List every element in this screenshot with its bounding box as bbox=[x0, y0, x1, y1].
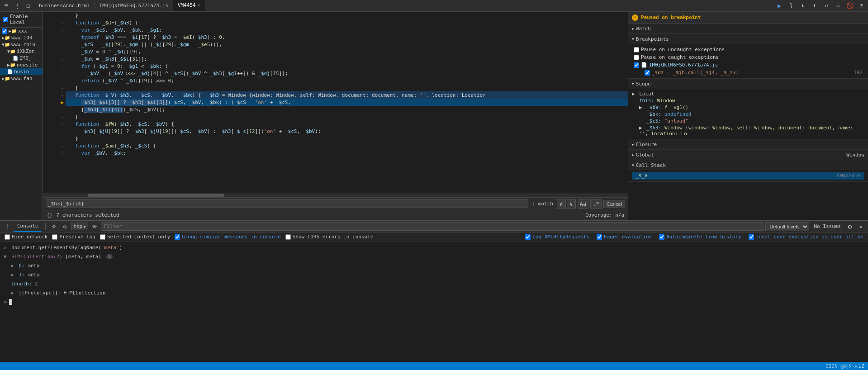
code-line: - var _$bV, _$bk; bbox=[43, 149, 628, 157]
global-header[interactable]: ▶ Global Window bbox=[628, 150, 868, 160]
more-options-icon[interactable]: ⋮ bbox=[13, 1, 22, 10]
tab-businessannc[interactable]: businessAnnc.html bbox=[34, 0, 95, 11]
h3-expand-icon[interactable]: ▶ bbox=[639, 125, 642, 131]
panel-layout-icon[interactable]: ⊡ bbox=[857, 1, 866, 10]
treat-eval-label: Treat code evaluation as user action bbox=[756, 234, 863, 240]
tree-item-im0j[interactable]: 📄 IM0j bbox=[0, 55, 43, 62]
match-case-button[interactable]: Aa bbox=[578, 199, 588, 209]
tree-item-busin[interactable]: 📄 busin bbox=[0, 68, 43, 75]
console-input-line[interactable]: > bbox=[4, 298, 864, 306]
tab-vm4454[interactable]: VM4454 ✕ bbox=[173, 0, 205, 11]
close-console-icon[interactable]: ✕ bbox=[856, 222, 865, 231]
tab-bar: businessAnnc.html IM0jQktM6FSQ.6771a74.j… bbox=[34, 0, 773, 11]
tab-im0j[interactable]: IM0jQktM6FSQ.6771a74.js bbox=[95, 0, 173, 11]
scope-this: this: Window bbox=[632, 97, 864, 104]
tab-close-icon[interactable]: ✕ bbox=[198, 3, 200, 8]
search-bar: 1 match ∧ ∨ Aa .* Cancel bbox=[43, 197, 628, 210]
selection-icon: {} bbox=[47, 212, 52, 218]
pause-caught-checkbox[interactable] bbox=[634, 55, 639, 60]
opt-cors-errors: Show CORS errors in console bbox=[285, 234, 374, 240]
bp-file-checkbox[interactable] bbox=[634, 62, 639, 68]
no-break-icon[interactable]: 🚫 bbox=[845, 1, 854, 10]
selected-context-label: Selected context only bbox=[107, 234, 170, 240]
console-tab[interactable]: Console bbox=[14, 221, 42, 232]
file-icon: 📄 bbox=[13, 56, 18, 61]
console-cursor bbox=[9, 299, 12, 305]
folder-icon: ▶📁 bbox=[7, 62, 15, 67]
prev-match-button[interactable]: ∧ bbox=[557, 199, 566, 209]
callstack-item-current[interactable]: _$_V VM4454:5 bbox=[632, 172, 864, 180]
local-expand-icon[interactable]: ▶ bbox=[632, 91, 635, 97]
step-over-icon[interactable]: ⤵ bbox=[787, 1, 796, 10]
resume-icon[interactable]: ▶ bbox=[775, 1, 784, 10]
treat-eval-checkbox[interactable] bbox=[749, 234, 754, 240]
code-editor: - } - function _$dF(_$h3) { - var _$cS, bbox=[43, 12, 628, 220]
tree-item-wwwchin[interactable]: ▼📁 www.chin bbox=[0, 41, 43, 48]
selection-count: 7 characters selected bbox=[56, 212, 119, 218]
scope-header[interactable]: ▼ Scope bbox=[628, 79, 868, 89]
breakpoints-header[interactable]: ▼ Breakpoints bbox=[628, 34, 868, 44]
code-line: - } bbox=[43, 113, 628, 120]
group-similar-checkbox[interactable] bbox=[175, 234, 180, 240]
selected-context-checkbox[interactable] bbox=[100, 234, 105, 240]
settings-icon[interactable]: ⚙ bbox=[845, 222, 854, 231]
info-badge: i bbox=[106, 254, 113, 259]
step-out-icon[interactable]: ⬆ bbox=[810, 1, 819, 10]
tree-item-wwwfan[interactable]: ▶📁 www.fan bbox=[0, 75, 43, 82]
pause-uncaught-checkbox[interactable] bbox=[634, 47, 639, 52]
enable-local-checkbox[interactable] bbox=[3, 17, 8, 22]
closure-header[interactable]: ▶ Closure bbox=[628, 139, 868, 149]
bp-label: Breakpoints bbox=[636, 36, 669, 42]
panel-icon[interactable]: □ bbox=[24, 1, 33, 10]
tree-item-xxx[interactable]: ▶📁 xxx bbox=[0, 28, 43, 34]
level-select[interactable]: Default levels bbox=[765, 222, 809, 231]
tree-item-newsite[interactable]: ▶📁 newsite bbox=[0, 62, 43, 68]
tree-item-ixkzon[interactable]: ▼📁 iXkZon bbox=[0, 48, 43, 55]
expand-icon[interactable]: ▼ bbox=[4, 254, 7, 260]
code-line: - function _$fW(_$h3, _$cS, _$bV) { bbox=[43, 120, 628, 128]
eager-eval-checkbox[interactable] bbox=[597, 234, 602, 240]
search-input[interactable] bbox=[46, 199, 528, 208]
tree-item-www100[interactable]: ▶📁 www.100 bbox=[0, 34, 43, 41]
tree-checkbox-xxx[interactable] bbox=[2, 28, 7, 34]
bp-code-checkbox[interactable] bbox=[645, 70, 650, 76]
console-more-icon[interactable]: ⋮ bbox=[3, 222, 12, 231]
next-match-button[interactable]: ∨ bbox=[567, 199, 576, 209]
eye-icon[interactable]: 👁 bbox=[90, 222, 99, 231]
filter-input[interactable] bbox=[101, 222, 764, 231]
opt-selected-context: Selected context only bbox=[100, 234, 170, 240]
expand-0-icon[interactable]: ▶ bbox=[11, 263, 14, 269]
hide-network-checkbox[interactable] bbox=[5, 234, 10, 240]
filter-icon[interactable]: ⚙ bbox=[60, 222, 69, 231]
horizontal-scrollbar[interactable] bbox=[43, 193, 628, 197]
regex-button[interactable]: .* bbox=[590, 199, 601, 209]
key-1: 1: bbox=[19, 272, 28, 278]
console-output[interactable]: > document.getElementsByTagName('meta') … bbox=[0, 242, 868, 362]
cancel-search-button[interactable]: Cancel bbox=[603, 200, 625, 208]
scope-key: _$bk: bbox=[646, 111, 664, 117]
scroll-thumb[interactable] bbox=[88, 194, 224, 197]
right-content: ▶ Watch ▼ Breakpoints Pause on uncaught … bbox=[628, 24, 868, 220]
bv-expand-icon[interactable]: ▶ bbox=[639, 104, 642, 110]
sidebar-toggle-icon[interactable]: ≡ bbox=[2, 1, 11, 10]
cors-errors-checkbox[interactable] bbox=[285, 234, 291, 240]
step-into-icon[interactable]: ⬇ bbox=[798, 1, 807, 10]
callstack-header[interactable]: ▼ Call Stack bbox=[628, 160, 868, 170]
deactivate-icon[interactable]: ↔ bbox=[834, 1, 843, 10]
folder-icon: ▶📁 bbox=[9, 28, 17, 33]
step-icon[interactable]: ↩ bbox=[822, 1, 831, 10]
context-dropdown[interactable]: top ▼ bbox=[71, 223, 88, 230]
scope-val: Window {window: Window, self: Window, do… bbox=[639, 125, 853, 137]
code-line: - } bbox=[43, 84, 628, 91]
scope-key: this: bbox=[639, 98, 657, 104]
right-options: Log XMLHttpRequests Eager evaluation Aut… bbox=[525, 234, 863, 240]
expand-proto-icon[interactable]: ▶ bbox=[11, 290, 14, 296]
watch-header[interactable]: ▶ Watch bbox=[628, 24, 868, 33]
autocomplete-checkbox[interactable] bbox=[659, 234, 664, 240]
expand-1-icon[interactable]: ▶ bbox=[11, 272, 14, 278]
preserve-log-checkbox[interactable] bbox=[52, 234, 57, 240]
code-content[interactable]: - } - function _$dF(_$h3) { - var _$cS, bbox=[43, 12, 628, 193]
tree-item-label: newsite bbox=[17, 62, 38, 68]
clear-console-icon[interactable]: ⊘ bbox=[49, 222, 58, 231]
log-xml-checkbox[interactable] bbox=[525, 234, 531, 240]
